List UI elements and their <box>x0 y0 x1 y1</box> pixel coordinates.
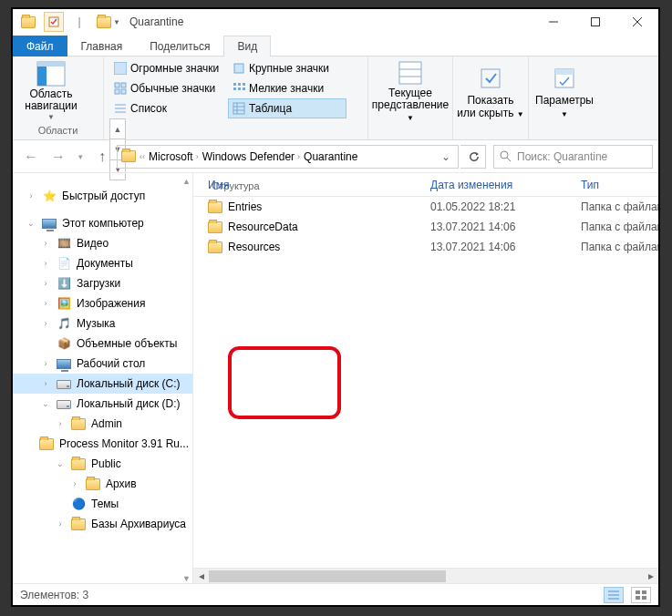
search-box[interactable]: Поиск: Quarantine <box>493 145 653 169</box>
window-title: Quarantine <box>122 9 532 35</box>
svg-rect-7 <box>37 62 65 67</box>
options-icon <box>550 64 579 93</box>
nav-cdrive[interactable]: ›Локальный диск (C:) <box>13 374 192 394</box>
chevron-icon[interactable]: ‹‹ <box>140 152 145 161</box>
layout-list[interactable]: Список <box>109 98 228 118</box>
search-icon <box>500 150 512 162</box>
nav-quick-access[interactable]: ›⭐Быстрый доступ <box>13 186 192 206</box>
video-icon: 🎞️ <box>57 236 71 251</box>
view-details-button[interactable] <box>604 587 624 603</box>
list-item[interactable]: ResourceData 13.07.2021 14:06 Папка с фа… <box>193 217 658 237</box>
nav-music[interactable]: ›🎵Музыка <box>13 313 192 334</box>
layout-small[interactable]: Мелкие значки <box>228 78 346 98</box>
ribbon-group-panes: Области <box>18 125 98 139</box>
documents-icon: 📄 <box>57 256 71 271</box>
view-thumbnails-button[interactable] <box>631 587 651 603</box>
nav-3d[interactable]: 📦Объемные объекты <box>13 334 192 354</box>
svg-rect-18 <box>238 87 241 90</box>
nav-procmon[interactable]: Process Monitor 3.91 Ru... <box>13 434 192 454</box>
svg-rect-2 <box>592 18 600 26</box>
crumb-2[interactable]: Quarantine <box>304 150 357 163</box>
svg-rect-17 <box>233 87 236 90</box>
nav-video[interactable]: ›🎞️Видео <box>13 233 192 253</box>
col-type[interactable]: Тип <box>581 179 658 191</box>
nav-public[interactable]: ⌄Public <box>13 454 192 474</box>
chevron-down-icon: ▼ <box>47 114 55 122</box>
show-hide-icon <box>476 64 505 93</box>
scroll-left[interactable]: ◂ <box>193 570 209 582</box>
pc-icon <box>42 216 57 231</box>
tab-view[interactable]: Вид <box>223 36 271 56</box>
svg-rect-38 <box>636 590 640 594</box>
nav-themes[interactable]: 🔵Темы <box>13 494 192 514</box>
col-name[interactable]: Имя <box>193 179 430 191</box>
tab-share[interactable]: Поделиться <box>136 36 223 56</box>
svg-rect-41 <box>642 596 646 600</box>
nav-desktop[interactable]: ›Рабочий стол <box>13 354 192 374</box>
ribbon-dropdown[interactable]: ▼ <box>95 12 122 32</box>
scroll-thumb[interactable] <box>209 570 446 582</box>
svg-rect-16 <box>243 83 245 86</box>
folder-icon <box>208 240 222 254</box>
svg-rect-13 <box>121 89 126 94</box>
up-button[interactable]: ↑ <box>89 145 115 169</box>
file-list[interactable]: Entries 01.05.2022 18:21 Папка с файлами… <box>193 197 658 568</box>
back-button[interactable]: ← <box>18 145 44 169</box>
nav-documents[interactable]: ›📄Документы <box>13 253 192 273</box>
forward-button[interactable]: → <box>46 145 71 169</box>
navigation-pane[interactable]: ▲ ›⭐Быстрый доступ ⌄Этот компьютер ›🎞️Ви… <box>13 173 193 583</box>
nav-admin[interactable]: ›Admin <box>13 414 192 434</box>
options-button[interactable]: Параметры ▼ <box>531 60 598 124</box>
svg-rect-19 <box>243 87 245 90</box>
nav-ddrive[interactable]: ⌄Локальный диск (D:) <box>13 394 192 414</box>
svg-rect-32 <box>555 69 574 75</box>
svg-rect-12 <box>115 89 119 94</box>
nav-bases[interactable]: ›Базы Архивариуса <box>13 514 192 534</box>
qat-separator: | <box>69 12 89 32</box>
minimize-button[interactable] <box>532 9 574 35</box>
tab-file[interactable]: Файл <box>13 36 67 56</box>
scroll-right[interactable]: ▸ <box>643 570 658 582</box>
horizontal-scrollbar[interactable]: ◂ ▸ <box>193 568 658 583</box>
col-date[interactable]: Дата изменения <box>430 179 581 191</box>
app-icon[interactable] <box>18 12 38 32</box>
themes-icon: 🔵 <box>71 497 86 511</box>
address-bar[interactable]: ‹‹ Microsoft› Windows Defender› Quaranti… <box>117 145 459 169</box>
objects3d-icon: 📦 <box>57 336 71 351</box>
maximize-button[interactable] <box>574 9 616 35</box>
nav-downloads[interactable]: ›⬇️Загрузки <box>13 273 192 293</box>
layout-medium[interactable]: Обычные значки <box>109 78 228 98</box>
nav-this-pc[interactable]: ⌄Этот компьютер <box>13 213 192 233</box>
downloads-icon: ⬇️ <box>57 276 71 291</box>
recent-locations[interactable]: ▾ <box>73 145 88 169</box>
column-headers[interactable]: Имя Дата изменения Тип <box>193 173 658 197</box>
crumb-1[interactable]: Windows Defender› <box>202 150 300 163</box>
svg-rect-23 <box>233 103 244 114</box>
refresh-button[interactable] <box>460 145 486 169</box>
layout-large[interactable]: Крупные значки <box>228 58 346 78</box>
show-hide-button[interactable]: Показатьили скрыть ▼ <box>455 60 526 124</box>
address-folder-icon <box>121 149 136 164</box>
nav-pictures[interactable]: ›🖼️Изображения <box>13 293 192 313</box>
layout-table[interactable]: Таблица <box>228 98 346 118</box>
layout-huge[interactable]: Огромные значки <box>109 58 228 78</box>
current-view-icon <box>396 60 425 86</box>
navigation-pane-icon <box>36 61 66 87</box>
svg-rect-15 <box>238 83 241 86</box>
crumb-0[interactable]: Microsoft› <box>149 150 199 163</box>
list-item[interactable]: Entries 01.05.2022 18:21 Папка с файлами <box>193 197 658 217</box>
status-item-count: Элементов: 3 <box>20 589 88 601</box>
svg-rect-40 <box>636 596 640 600</box>
close-button[interactable] <box>616 9 658 35</box>
nav-archive[interactable]: ›Архив <box>13 474 192 494</box>
pictures-icon: 🖼️ <box>57 296 71 311</box>
list-item[interactable]: Resources 13.07.2021 14:06 Папка с файла… <box>193 237 658 257</box>
folder-icon <box>208 200 222 214</box>
current-view-button[interactable]: Текущеепредставление ▼ <box>370 60 450 124</box>
folder-icon <box>208 220 222 234</box>
address-history[interactable]: ⌄ <box>438 150 454 163</box>
navigation-pane-button[interactable]: Область навигации ▼ <box>18 60 84 124</box>
qat-checkbox-icon[interactable] <box>44 12 64 32</box>
svg-rect-10 <box>115 83 119 87</box>
tab-home[interactable]: Главная <box>67 36 137 56</box>
